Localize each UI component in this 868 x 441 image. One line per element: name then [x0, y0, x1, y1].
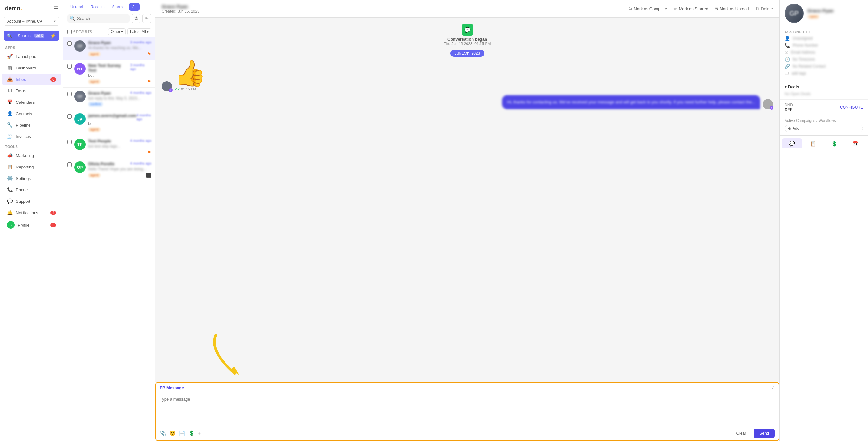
search-input-wrap[interactable]: 🔍: [67, 14, 130, 23]
contact-name-right: Grace Pyan: [807, 8, 834, 13]
sidebar-item-inbox[interactable]: 📥 Inbox 0: [2, 74, 61, 85]
sidebar-item-calendars[interactable]: 📅 Calendars: [2, 97, 61, 108]
tab-starred[interactable]: Starred: [109, 3, 127, 11]
tags-field[interactable]: 🏷 add tags: [784, 71, 863, 76]
chevron-down-icon: ▾: [54, 19, 56, 24]
filter-other-dropdown[interactable]: Other ▾: [108, 28, 126, 35]
sidebar-item-reporting[interactable]: 📋 Reporting: [2, 161, 61, 172]
clear-button[interactable]: Clear: [732, 429, 751, 438]
conv-checkbox[interactable]: [67, 41, 72, 46]
sidebar-item-pipeline[interactable]: 🔧 Pipeline: [2, 120, 61, 130]
compose-button[interactable]: ✏: [143, 14, 151, 23]
avatar: GP: [74, 91, 86, 102]
filter-latest-dropdown[interactable]: Latest-All ▾: [127, 28, 151, 35]
sidebar-item-profile[interactable]: G Profile 5: [2, 218, 61, 231]
list-item[interactable]: TP Test People 4 months ago bot test ste…: [63, 136, 155, 158]
list-item[interactable]: GP Grace Pyan 4 months ago bot reply to …: [63, 88, 155, 110]
filter-dropdowns: Other ▾ Latest-All ▾: [108, 28, 151, 35]
message-input[interactable]: [156, 393, 779, 425]
contact-info-right: Grace Pyan open: [807, 8, 834, 19]
compose-area: FB Message ⤢ 📎 😊 📄 💲 + Clear Send: [155, 382, 779, 441]
sidebar-item-support[interactable]: 💬 Support: [2, 196, 61, 207]
status-badge: agent: [88, 79, 100, 84]
sidebar-item-contacts[interactable]: 👤 Contacts: [2, 108, 61, 119]
list-item[interactable]: NT New Test Survey Test 3 months ago bot…: [63, 60, 155, 88]
conv-time: 3 months ago: [130, 40, 151, 45]
tab-unread[interactable]: Unread: [67, 3, 86, 11]
dnd-section: DND OFF CONFIGURE: [779, 99, 868, 115]
conv-list-header: Unread Recents Starred All 🔍 ⚗ ✏: [63, 0, 155, 26]
tab-recents[interactable]: Recents: [87, 3, 107, 11]
configure-link[interactable]: CONFIGURE: [840, 105, 863, 110]
list-item[interactable]: JA james.avern@gmail.com 4 months ago bo…: [63, 110, 155, 136]
select-all-checkbox[interactable]: [67, 30, 72, 34]
phone-field: 📞 Phone Number: [784, 43, 863, 48]
mark-complete-button[interactable]: 🗂 Mark as Complete: [628, 6, 667, 11]
add-button[interactable]: +: [198, 431, 201, 436]
search-nav-bar[interactable]: 🔍 Search ctrl K ⚡: [4, 31, 59, 40]
email-field: ✉ Email Address: [784, 50, 863, 55]
sidebar: demo. ☰ Account -- Irvine, CA ▾ 🔍 Search…: [0, 0, 63, 441]
sidebar-item-label: Contacts: [16, 111, 32, 116]
sidebar-item-label: Settings: [16, 176, 31, 181]
conv-checkbox[interactable]: [67, 64, 72, 68]
add-campaign-button[interactable]: ⊕ Add: [784, 125, 863, 132]
sidebar-item-phone[interactable]: 📞 Phone: [2, 184, 61, 195]
tab-calendar[interactable]: 📅: [845, 138, 865, 148]
expand-icon[interactable]: ⤢: [771, 385, 775, 390]
conv-time: 4 months ago: [130, 91, 151, 95]
conv-preview: bot: [88, 121, 151, 126]
sidebar-item-label: Phone: [16, 187, 28, 192]
emoji-button[interactable]: 😊: [169, 430, 176, 436]
sidebar-item-label: Dashboard: [16, 66, 36, 70]
sidebar-item-launchpad[interactable]: 🚀 Launchpad: [2, 51, 61, 62]
conv-checkbox[interactable]: [67, 92, 72, 96]
sidebar-item-dashboard[interactable]: ▦ Dashboard: [2, 62, 61, 73]
agent-avatar: f: [763, 99, 773, 109]
conv-checkbox[interactable]: [67, 163, 72, 167]
add-icon: ⊕: [788, 126, 791, 131]
template-button[interactable]: 📄: [179, 430, 185, 436]
attachment-button[interactable]: 📎: [160, 430, 166, 436]
sidebar-item-marketing[interactable]: 📣 Marketing: [2, 150, 61, 161]
tab-all[interactable]: All: [129, 3, 140, 11]
tab-payments[interactable]: 💲: [825, 138, 844, 148]
main-content: Unread Recents Starred All 🔍 ⚗ ✏ 6 RESUL…: [63, 0, 868, 441]
inbox-tabs: Unread Recents Starred All: [67, 3, 151, 11]
delete-button[interactable]: 🗑 Delete: [755, 6, 773, 11]
avatar: GP: [74, 40, 86, 52]
sidebar-item-invoices[interactable]: 🧾 Invoices: [2, 131, 61, 142]
campaigns-section: Active Campaigns / Workflows ⊕ Add: [779, 115, 868, 136]
avatar: NT: [74, 63, 86, 75]
chat-contact-name: Grace Pyan: [162, 4, 199, 9]
tab-contact[interactable]: 📋: [803, 138, 823, 148]
conv-checkbox[interactable]: [67, 114, 72, 119]
menu-icon[interactable]: ☰: [54, 5, 58, 11]
notifications-badge: 4: [51, 211, 56, 215]
send-button[interactable]: Send: [754, 429, 775, 438]
marketing-icon: 📣: [7, 153, 13, 158]
search-nav-label: Search: [18, 33, 31, 38]
assigned-to-label: ASSIGNED TO: [784, 30, 863, 34]
account-label: Account -- Irvine, CA: [7, 19, 42, 24]
assigned-to-section: ASSIGNED TO 👤 Unassigned 📞 Phone Number …: [779, 27, 868, 81]
conv-preview: bot test step tags...: [88, 144, 151, 148]
conv-checkbox[interactable]: [67, 140, 72, 144]
account-selector[interactable]: Account -- Irvine, CA ▾: [4, 17, 59, 26]
related-contact-field: 🔗 No Related Contact: [784, 64, 863, 69]
list-item[interactable]: GP Grace Pyan 3 months ago Hi thanks for…: [63, 37, 155, 60]
mark-unread-button[interactable]: ✉ Mark as Unread: [714, 6, 749, 11]
sidebar-item-tasks[interactable]: ☑ Tasks: [2, 85, 61, 96]
sidebar-item-notifications[interactable]: 🔔 Notifications 4: [2, 207, 61, 218]
sidebar-item-label: Tasks: [16, 89, 26, 93]
conv-preview: bot reply to this: May 5, 2023...: [88, 96, 151, 100]
conv-time: 4 months ago: [130, 161, 151, 166]
sidebar-item-settings[interactable]: ⚙️ Settings: [2, 173, 61, 184]
list-item[interactable]: OP Olivia Porello 4 months ago Hello The…: [63, 158, 155, 181]
search-input[interactable]: [77, 16, 127, 21]
deals-section: ▾ Deals No Open Deals: [779, 81, 868, 99]
filter-button[interactable]: ⚗: [132, 14, 141, 23]
mark-starred-button[interactable]: ☆ Mark as Starred: [673, 6, 708, 11]
tab-conversation[interactable]: 💬: [782, 138, 802, 148]
payment-button[interactable]: 💲: [188, 430, 195, 436]
